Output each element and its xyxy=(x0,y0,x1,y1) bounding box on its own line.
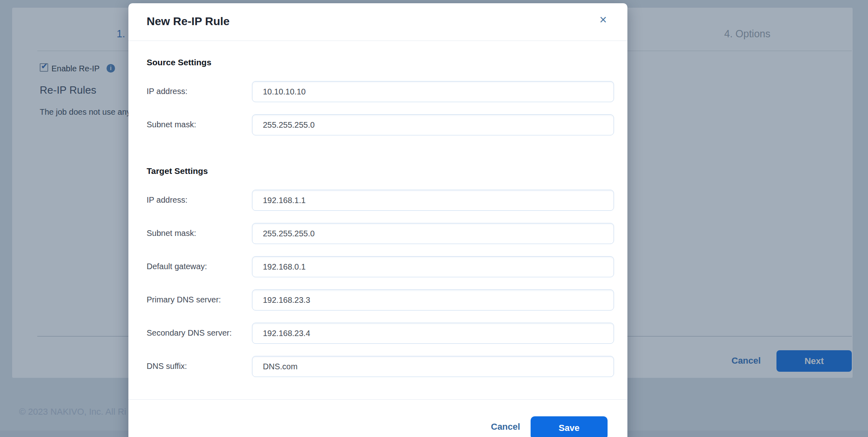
source-subnet-label: Subnet mask: xyxy=(147,120,196,129)
default-gateway-label: Default gateway: xyxy=(147,262,207,271)
new-reip-rule-dialog: New Re-IP Rule × Source Settings IP addr… xyxy=(128,3,627,437)
dialog-title: New Re-IP Rule xyxy=(147,15,230,28)
target-subnet-label: Subnet mask: xyxy=(147,229,196,238)
screen: 1. So 4. Options ✔ Enable Re-IP i S Re-I… xyxy=(0,0,868,437)
primary-dns-input[interactable] xyxy=(252,289,614,311)
secondary-dns-label: Secondary DNS server: xyxy=(147,328,232,338)
source-subnet-input[interactable] xyxy=(252,114,614,135)
primary-dns-label: Primary DNS server: xyxy=(147,295,221,304)
footer-divider xyxy=(128,399,627,400)
dialog-cancel-button[interactable]: Cancel xyxy=(491,422,520,432)
close-icon[interactable]: × xyxy=(595,12,611,28)
dns-suffix-input[interactable] xyxy=(252,356,614,377)
source-ip-input[interactable] xyxy=(252,81,614,102)
source-settings-heading: Source Settings xyxy=(147,58,211,67)
source-ip-label: IP address: xyxy=(147,87,188,96)
secondary-dns-input[interactable] xyxy=(252,323,614,344)
target-subnet-input[interactable] xyxy=(252,223,614,244)
default-gateway-input[interactable] xyxy=(252,256,614,277)
dns-suffix-label: DNS suffix: xyxy=(147,362,187,371)
target-settings-heading: Target Settings xyxy=(147,166,208,176)
dialog-save-button[interactable]: Save xyxy=(531,416,608,437)
target-ip-label: IP address: xyxy=(147,195,188,205)
header-divider xyxy=(128,41,627,41)
target-ip-input[interactable] xyxy=(252,190,614,211)
